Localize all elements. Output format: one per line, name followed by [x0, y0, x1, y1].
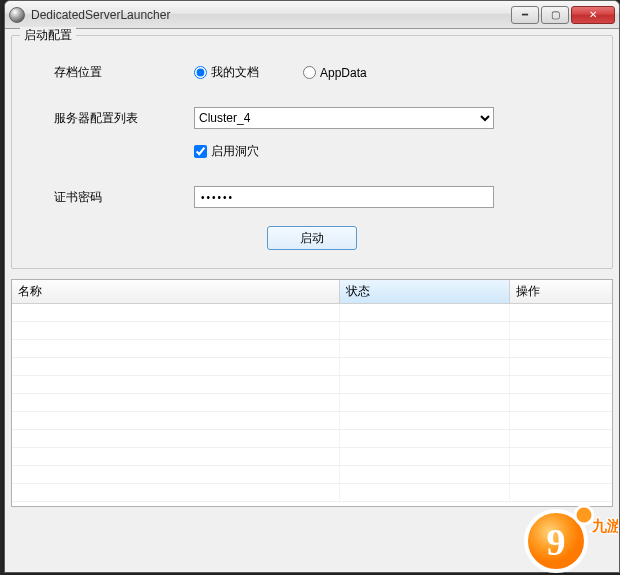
app-icon [9, 7, 25, 23]
table-row[interactable] [12, 430, 612, 448]
table-row[interactable] [12, 358, 612, 376]
window-title: DedicatedServerLauncher [31, 8, 509, 22]
server-config-label: 服务器配置列表 [24, 110, 194, 127]
save-location-label: 存档位置 [24, 64, 194, 81]
listview-body [12, 304, 612, 502]
server-config-combo[interactable]: Cluster_4 [194, 107, 494, 129]
window-controls: ━ ▢ ✕ [509, 6, 615, 24]
launch-row: 启动 [24, 226, 600, 250]
app-window: DedicatedServerLauncher ━ ▢ ✕ 启动配置 存档位置 … [4, 0, 620, 573]
cert-password-input[interactable] [194, 186, 494, 208]
table-row[interactable] [12, 448, 612, 466]
table-row[interactable] [12, 340, 612, 358]
table-row[interactable] [12, 412, 612, 430]
launch-button[interactable]: 启动 [267, 226, 357, 250]
client-area: 启动配置 存档位置 我的文档 AppData 服务器配置列表 [5, 29, 619, 572]
radio-my-documents-label: 我的文档 [211, 64, 259, 81]
enable-caves-checkbox[interactable] [194, 145, 207, 158]
radio-my-documents[interactable]: 我的文档 [194, 64, 259, 81]
table-row[interactable] [12, 322, 612, 340]
table-row[interactable] [12, 466, 612, 484]
column-name[interactable]: 名称 [12, 280, 340, 303]
table-row[interactable] [12, 376, 612, 394]
listview-header: 名称 状态 操作 [12, 280, 612, 304]
cert-password-row: 证书密码 [24, 186, 600, 208]
title-bar[interactable]: DedicatedServerLauncher ━ ▢ ✕ [5, 1, 619, 29]
launch-config-group: 启动配置 存档位置 我的文档 AppData 服务器配置列表 [11, 35, 613, 269]
table-row[interactable] [12, 484, 612, 502]
save-location-radiogroup: 我的文档 AppData [194, 64, 367, 81]
save-location-row: 存档位置 我的文档 AppData [24, 64, 600, 81]
enable-caves-row: 启用洞穴 [194, 143, 600, 160]
column-status[interactable]: 状态 [340, 280, 510, 303]
table-row[interactable] [12, 394, 612, 412]
close-button[interactable]: ✕ [571, 6, 615, 24]
server-listview[interactable]: 名称 状态 操作 [11, 279, 613, 507]
radio-appdata-label: AppData [320, 66, 367, 80]
group-legend: 启动配置 [20, 27, 76, 44]
enable-caves-label: 启用洞穴 [211, 143, 259, 160]
cert-password-label: 证书密码 [24, 189, 194, 206]
radio-my-documents-input[interactable] [194, 66, 207, 79]
radio-appdata[interactable]: AppData [303, 64, 367, 81]
server-config-row: 服务器配置列表 Cluster_4 [24, 107, 600, 129]
table-row[interactable] [12, 304, 612, 322]
radio-appdata-input[interactable] [303, 66, 316, 79]
maximize-button[interactable]: ▢ [541, 6, 569, 24]
column-action[interactable]: 操作 [510, 280, 612, 303]
minimize-button[interactable]: ━ [511, 6, 539, 24]
